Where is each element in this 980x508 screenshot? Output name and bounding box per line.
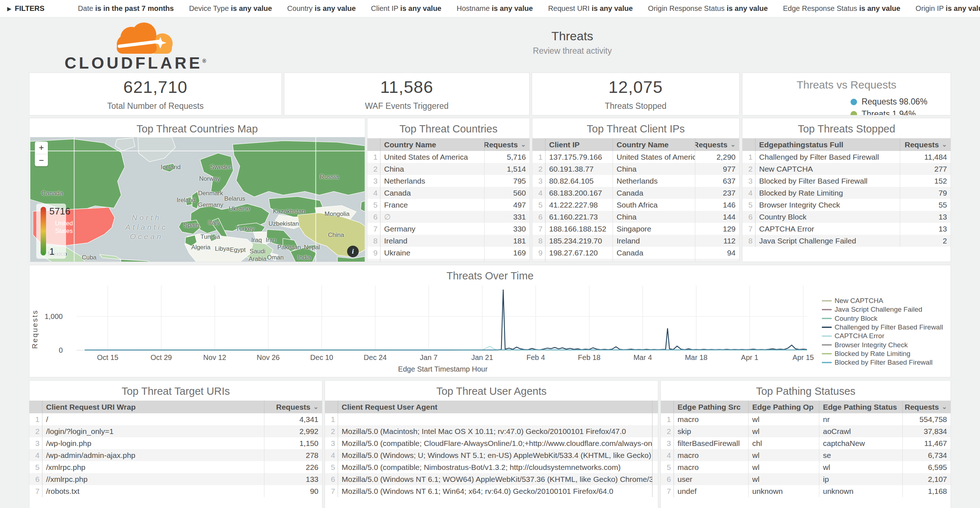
filter-chip[interactable]: Hostname is any value [457,4,533,13]
table-row[interactable]: 6Country Block13 [743,211,951,223]
clipped-requests-column [652,437,658,449]
table-row[interactable]: 4Mozilla/5.0 (Windows; U; Windows NT 5.1… [325,449,658,461]
filter-chip[interactable]: Request URI is any value [548,4,633,13]
stat-threats-stopped: 12,075 Threats Stopped [532,73,740,115]
table-row[interactable]: 8Java Script Challenge Failed2 [743,235,951,247]
table-row[interactable]: 3Netherlands795 [368,175,530,187]
svg-text:Nov 12: Nov 12 [203,354,226,361]
stat-label: WAF Events Triggered [365,101,449,111]
table-row[interactable]: 2skipwlaoCrawl37,834 [661,425,951,437]
table-row[interactable]: 7CAPTCHA Error13 [743,223,951,235]
table-row[interactable]: 6userwlip2,107 [661,473,951,485]
filter-chip[interactable]: Origin Response Status is any value [648,4,768,13]
table-cell: /login/?login_only=1 [43,425,264,437]
filter-chip[interactable]: Device Type is any value [189,4,272,13]
table-cell: 169 [484,247,530,259]
table-row[interactable]: 1Challenged by Filter Based Firewall11,4… [743,151,951,163]
table-row[interactable]: 9Ukraine169 [368,247,530,259]
row-rank: 7 [325,485,338,497]
table-row[interactable]: 1137.175.79.166United States of America2… [533,151,739,163]
table-row[interactable]: 1061.160.247.127China88 [533,259,739,262]
table-row[interactable]: 380.82.64.105Netherlands637 [533,175,739,187]
table-row[interactable]: 1macrowlnr554,758 [661,413,951,425]
table-row[interactable]: 468.183.200.167Canada237 [533,187,739,199]
table-cell: 13 [900,211,951,223]
row-rank: 3 [743,175,756,187]
svg-text:Blocked by Filter Based Firewa: Blocked by Filter Based Firewall [835,358,932,366]
chart-legend[interactable]: New CAPTCHAJava Script Challenge FailedC… [822,297,943,366]
table-row[interactable]: 2/login/?login_only=12,992 [29,425,322,437]
table-row[interactable]: 5Mozilla/5.0 (compatible; Nimbostratus-B… [325,461,658,473]
table-cell: macro [674,449,748,461]
column-header-3[interactable]: Requests⌄ [695,138,739,151]
table-row[interactable]: 7/robots.txt90 [29,485,322,497]
rank-header [325,401,338,413]
column-header-4[interactable]: Requests⌄ [902,401,951,413]
table-row[interactable]: 5macrowlwl6,595 [661,461,951,473]
map-info-icon[interactable]: i [347,246,359,257]
table-cell: United States of America [612,151,695,163]
filter-chip[interactable]: Origin IP is any value [915,4,980,13]
table-row[interactable]: 5France497 [368,199,530,211]
table-row[interactable]: 3/wp-login.php1,150 [29,437,322,449]
threats-over-time-chart[interactable]: Oct 15Oct 29Nov 12Nov 26Dec 10Dec 24Jan … [29,282,951,377]
column-header-2[interactable]: Requests⌄ [900,138,951,151]
table-row[interactable]: 661.160.221.73China144 [533,211,739,223]
table-row[interactable]: 10Singapore158 [368,259,530,262]
table-row[interactable]: 5/xmlrpc.php226 [29,461,322,473]
column-header-2[interactable]: Requests⌄ [484,138,530,151]
column-header-2: Edge Pathing Op [748,401,819,413]
column-header-2[interactable]: Requests⌄ [264,401,322,413]
table-row[interactable]: 541.222.227.98South Africa146 [533,199,739,211]
row-rank: 10 [533,259,546,262]
table-row[interactable]: 1United States of America5,716 [368,151,530,163]
table-row[interactable]: 4Canada560 [368,187,530,199]
table-cell: 133 [264,473,322,485]
map-zoom-in-button[interactable]: + [35,142,48,154]
table-row[interactable]: 3Blocked by Filter Based Firewall152 [743,175,951,187]
filter-chip[interactable]: Client IP is any value [371,4,441,13]
filter-chip[interactable]: Date is in the past 7 months [78,4,174,13]
row-rank: 2 [661,425,674,437]
threats-vs-requests-card: Threats vs Requests Requests 98.06%Threa… [742,73,951,115]
table-row[interactable]: 7undefunknownunknown1,168 [661,485,951,497]
legend-dot-icon [851,99,857,105]
table-row[interactable]: 8185.234.219.70Ireland112 [533,235,739,247]
table-row[interactable]: 2Mozilla/5.0 (Macintosh; Intel Mac OS X … [325,425,658,437]
world-map[interactable]: CanadaUnited StatesMexicoCubaIcelandSwed… [30,137,364,262]
table-row[interactable]: 4macrowlse6,734 [661,449,951,461]
table-row[interactable]: 1/4,341 [29,413,322,425]
filters-toggle[interactable]: ▶ FILTERS [7,4,45,13]
filter-chip[interactable]: Edge Response Status is any value [783,4,900,13]
svg-text:Jan 7: Jan 7 [420,354,438,361]
table-header-row: Client Request User Agent [325,401,658,413]
table-row[interactable]: 4/wp-admin/admin-ajax.php278 [29,449,322,461]
legend-label: Requests 98.06% [861,97,928,107]
table-row[interactable]: 3Mozilla/5.0 (compatible; CloudFlare-Alw… [325,437,658,449]
table-row[interactable]: 6∅331 [368,211,530,223]
table-row[interactable]: 2China1,514 [368,163,530,175]
table-cell: Germany [380,223,484,235]
table-row[interactable]: 2New CAPTCHA277 [743,163,951,175]
table-row[interactable]: 6//xmlrpc.php133 [29,473,322,485]
map-country-label: Pakistan [277,244,301,252]
table-row[interactable]: 7Mozilla/5.0 (Windows NT 6.1; Win64; x64… [325,485,658,497]
table-cell: 11,484 [900,151,951,163]
table-row[interactable]: 9198.27.67.120Canada94 [533,247,739,259]
table-row[interactable]: 7Germany330 [368,223,530,235]
row-rank: 2 [325,425,338,437]
table-row[interactable]: 1 [325,413,658,425]
table-row[interactable]: 260.191.38.77China977 [533,163,739,175]
map-zoom-out-button[interactable]: − [35,154,48,166]
table-row[interactable]: 7188.166.188.152Singapore129 [533,223,739,235]
table-row[interactable]: 6Mozilla/5.0 (Windows NT 6.1; WOW64) App… [325,473,658,485]
table-cell: Country Block [756,211,900,223]
table-row[interactable]: 8Ireland181 [368,235,530,247]
table-cell: /wp-admin/admin-ajax.php [43,449,264,461]
table-row[interactable]: 5Browser Integrity Check55 [743,199,951,211]
table-row[interactable]: 4Blocked by Rate Limiting79 [743,187,951,199]
table-row[interactable]: 3filterBasedFirewallchlcaptchaNew11,467 [661,437,951,449]
table-cell: Blocked by Rate Limiting [756,187,900,199]
map-country-label: Italy [208,219,220,226]
filter-chip[interactable]: Country is any value [287,4,356,13]
